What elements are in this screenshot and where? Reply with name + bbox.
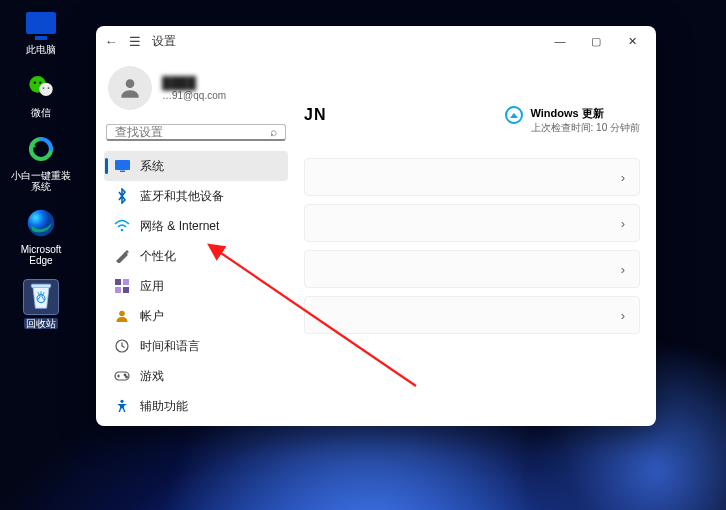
settings-card[interactable]: › (304, 204, 640, 242)
this-pc-icon (26, 12, 56, 34)
search-icon: ⌕ (270, 125, 277, 139)
display-icon (114, 158, 130, 174)
restore-tool-icon (24, 132, 58, 166)
chevron-right-icon: › (621, 170, 625, 185)
desktop-icon-label: 小白一键重装系统 (11, 170, 71, 192)
search-input[interactable]: ⌕ (106, 124, 286, 141)
svg-rect-13 (115, 279, 121, 285)
settings-window: ← ☰ 设置 — ▢ ✕ ████ …91@qq.com ⌕ (96, 26, 656, 426)
search-field[interactable] (115, 125, 270, 139)
sidebar: ████ …91@qq.com ⌕ 系统 蓝牙和其他设备 (96, 56, 296, 426)
desktop-icon-restore-tool[interactable]: 小白一键重装系统 (6, 132, 76, 192)
chevron-right-icon: › (621, 308, 625, 323)
svg-rect-11 (120, 171, 125, 173)
svg-point-3 (39, 82, 41, 84)
window-minimize-button[interactable]: — (542, 28, 578, 54)
desktop-icon-wechat[interactable]: 微信 (6, 69, 76, 118)
nav-label: 时间和语言 (140, 338, 200, 355)
edge-icon (24, 206, 58, 240)
nav-label: 辅助功能 (140, 398, 188, 415)
clock-icon (114, 338, 130, 354)
desktop-icon-label: Microsoft Edge (11, 244, 71, 266)
profile-email: …91@qq.com (162, 90, 226, 101)
svg-point-12 (121, 229, 124, 232)
svg-point-22 (120, 400, 123, 403)
nav-label: 系统 (140, 158, 164, 175)
desktop-icon-label: 此电脑 (26, 44, 56, 55)
desktop-icon-label: 回收站 (24, 318, 58, 329)
svg-rect-16 (123, 287, 129, 293)
desktop-icon-this-pc[interactable]: 此电脑 (6, 6, 76, 55)
wifi-icon (114, 218, 130, 234)
wechat-icon (24, 69, 58, 103)
nav-item-gaming[interactable]: 游戏 (104, 361, 288, 391)
settings-card[interactable]: › (304, 158, 640, 196)
nav-item-network[interactable]: 网络 & Internet (104, 211, 288, 241)
settings-card[interactable]: › (304, 296, 640, 334)
apps-icon (114, 278, 130, 294)
svg-rect-8 (31, 284, 50, 287)
update-title: Windows 更新 (531, 106, 640, 121)
desktop-icon-label: 微信 (31, 107, 51, 118)
nav-list: 系统 蓝牙和其他设备 网络 & Internet (104, 151, 288, 421)
accessibility-icon (114, 398, 130, 414)
nav-label: 蓝牙和其他设备 (140, 188, 224, 205)
nav-item-accounts[interactable]: 帐户 (104, 301, 288, 331)
bluetooth-icon (114, 188, 130, 204)
nav-label: 个性化 (140, 248, 176, 265)
nav-item-personalization[interactable]: 个性化 (104, 241, 288, 271)
nav-item-time-language[interactable]: 时间和语言 (104, 331, 288, 361)
desktop-icon-recycle-bin[interactable]: 回收站 (6, 280, 76, 329)
nav-item-apps[interactable]: 应用 (104, 271, 288, 301)
chevron-right-icon: › (621, 216, 625, 231)
person-icon (114, 308, 130, 324)
profile-block[interactable]: ████ …91@qq.com (104, 60, 288, 120)
nav-label: 网络 & Internet (140, 218, 219, 235)
recycle-bin-icon (24, 280, 58, 314)
nav-item-bluetooth[interactable]: 蓝牙和其他设备 (104, 181, 288, 211)
svg-point-20 (124, 374, 126, 376)
settings-card[interactable]: › (304, 250, 640, 288)
game-icon (114, 368, 130, 384)
svg-point-17 (119, 311, 125, 317)
svg-rect-15 (115, 287, 121, 293)
svg-point-5 (48, 87, 50, 89)
svg-rect-10 (115, 160, 130, 170)
nav-item-system[interactable]: 系统 (104, 151, 288, 181)
update-icon (505, 106, 523, 124)
window-close-button[interactable]: ✕ (614, 28, 650, 54)
svg-point-2 (34, 82, 36, 84)
nav-label: 应用 (140, 278, 164, 295)
svg-point-4 (43, 87, 45, 89)
svg-point-21 (126, 376, 128, 378)
brush-icon (114, 248, 130, 264)
nav-label: 游戏 (140, 368, 164, 385)
svg-point-1 (39, 83, 52, 96)
titlebar[interactable]: ← ☰ 设置 — ▢ ✕ (96, 26, 656, 56)
avatar-icon (108, 66, 152, 110)
svg-point-9 (126, 79, 135, 88)
update-subtitle: 上次检查时间: 10 分钟前 (531, 121, 640, 135)
nav-label: 帐户 (140, 308, 164, 325)
hamburger-menu-icon[interactable]: ☰ (126, 32, 144, 50)
window-title: 设置 (152, 33, 176, 50)
desktop-icons: 此电脑 微信 小白一键重装系统 Microsoft Edge 回收站 (6, 6, 76, 329)
window-maximize-button[interactable]: ▢ (578, 28, 614, 54)
back-button[interactable]: ← (102, 32, 120, 50)
profile-name: ████ (162, 76, 226, 90)
desktop-icon-edge[interactable]: Microsoft Edge (6, 206, 76, 266)
windows-update-tile[interactable]: Windows 更新 上次检查时间: 10 分钟前 (505, 106, 640, 135)
chevron-right-icon: › (621, 262, 625, 277)
main-pane: JN Windows 更新 上次检查时间: 10 分钟前 › › › › (296, 56, 656, 426)
nav-item-accessibility[interactable]: 辅助功能 (104, 391, 288, 421)
svg-rect-14 (123, 279, 129, 285)
